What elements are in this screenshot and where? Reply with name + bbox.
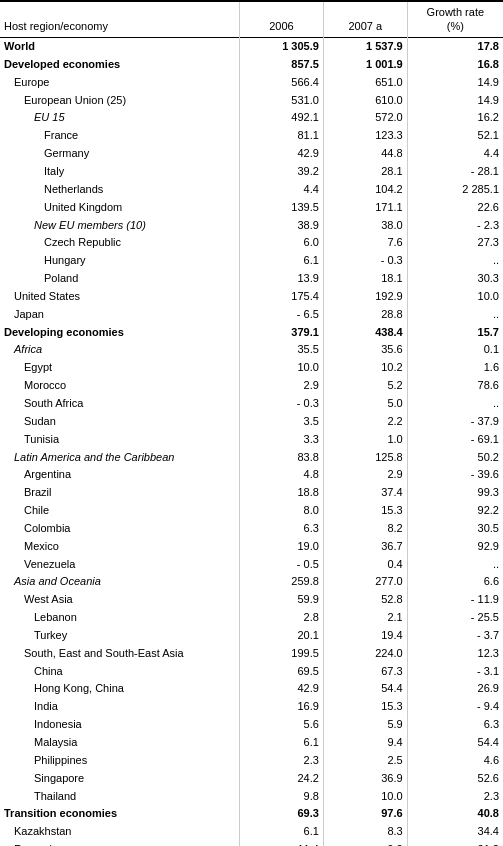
cell-region: India — [0, 698, 240, 716]
cell-2006: 8.0 — [240, 502, 324, 520]
table-row: Philippines2.32.54.6 — [0, 751, 503, 769]
fdi-table: Host region/economy 2006 2007 a Growth r… — [0, 0, 503, 846]
cell-growth: - 37.9 — [407, 412, 503, 430]
table-row: Romania11.49.0- 21.3 — [0, 841, 503, 846]
table-row: Developed economies857.51 001.916.8 — [0, 55, 503, 73]
cell-growth: 16.8 — [407, 55, 503, 73]
table-row: France81.1123.352.1 — [0, 127, 503, 145]
cell-region: Czech Republic — [0, 234, 240, 252]
cell-2007: 10.0 — [323, 787, 407, 805]
cell-region: Asia and Oceania — [0, 573, 240, 591]
cell-2007: 1 537.9 — [323, 37, 407, 55]
cell-2007: 10.2 — [323, 359, 407, 377]
cell-2007: 0.4 — [323, 555, 407, 573]
cell-growth: 2.3 — [407, 787, 503, 805]
cell-growth: 14.9 — [407, 73, 503, 91]
cell-growth: - 69.1 — [407, 430, 503, 448]
cell-2006: 2.8 — [240, 609, 324, 627]
cell-region: Developing economies — [0, 323, 240, 341]
cell-2006: 4.8 — [240, 466, 324, 484]
table-row: Sudan3.52.2- 37.9 — [0, 412, 503, 430]
table-row: Brazil18.837.499.3 — [0, 484, 503, 502]
cell-2007: 18.1 — [323, 270, 407, 288]
table-row: Netherlands4.4104.22 285.1 — [0, 180, 503, 198]
cell-growth: 78.6 — [407, 377, 503, 395]
cell-growth: 1.6 — [407, 359, 503, 377]
table-row: Argentina4.82.9- 39.6 — [0, 466, 503, 484]
cell-2006: 4.4 — [240, 180, 324, 198]
cell-growth: 6.3 — [407, 716, 503, 734]
cell-2006: 19.0 — [240, 537, 324, 555]
cell-growth: 40.8 — [407, 805, 503, 823]
cell-2007: 35.6 — [323, 341, 407, 359]
cell-region: Poland — [0, 270, 240, 288]
table-row: Africa35.535.60.1 — [0, 341, 503, 359]
cell-region: South Africa — [0, 394, 240, 412]
cell-growth: .. — [407, 555, 503, 573]
cell-region: Thailand — [0, 787, 240, 805]
table-row: Europe566.4651.014.9 — [0, 73, 503, 91]
table-row: Singapore24.236.952.6 — [0, 769, 503, 787]
cell-2007: 438.4 — [323, 323, 407, 341]
table-row: United Kingdom139.5171.122.6 — [0, 198, 503, 216]
cell-region: EU 15 — [0, 109, 240, 127]
cell-growth: 52.1 — [407, 127, 503, 145]
cell-2006: 42.9 — [240, 680, 324, 698]
cell-region: Latin America and the Caribbean — [0, 448, 240, 466]
cell-region: Netherlands — [0, 180, 240, 198]
cell-2007: 104.2 — [323, 180, 407, 198]
cell-2006: 9.8 — [240, 787, 324, 805]
cell-2006: 6.1 — [240, 823, 324, 841]
cell-2006: 379.1 — [240, 323, 324, 341]
cell-2006: 59.9 — [240, 591, 324, 609]
cell-2007: 37.4 — [323, 484, 407, 502]
cell-growth: 2 285.1 — [407, 180, 503, 198]
cell-2006: 11.4 — [240, 841, 324, 846]
table-row: United States175.4192.910.0 — [0, 287, 503, 305]
cell-2006: 139.5 — [240, 198, 324, 216]
table-row: EU 15492.1572.016.2 — [0, 109, 503, 127]
cell-2007: 67.3 — [323, 662, 407, 680]
table-row: Poland13.918.130.3 — [0, 270, 503, 288]
cell-growth: 10.0 — [407, 287, 503, 305]
cell-region: Mexico — [0, 537, 240, 555]
table-row: Malaysia6.19.454.4 — [0, 734, 503, 752]
cell-2006: 199.5 — [240, 644, 324, 662]
cell-growth: - 28.1 — [407, 163, 503, 181]
cell-growth: 92.2 — [407, 502, 503, 520]
cell-2006: 6.1 — [240, 252, 324, 270]
cell-2007: 44.8 — [323, 145, 407, 163]
table-row: Transition economies69.397.640.8 — [0, 805, 503, 823]
cell-2007: 5.9 — [323, 716, 407, 734]
cell-growth: 27.3 — [407, 234, 503, 252]
table-row: West Asia59.952.8- 11.9 — [0, 591, 503, 609]
cell-2006: 6.3 — [240, 519, 324, 537]
cell-2006: - 0.3 — [240, 394, 324, 412]
cell-growth: - 25.5 — [407, 609, 503, 627]
cell-growth: 6.6 — [407, 573, 503, 591]
cell-2007: 572.0 — [323, 109, 407, 127]
cell-growth: 99.3 — [407, 484, 503, 502]
cell-2006: 38.9 — [240, 216, 324, 234]
cell-region: Romania — [0, 841, 240, 846]
cell-growth: 30.3 — [407, 270, 503, 288]
cell-2007: 54.4 — [323, 680, 407, 698]
cell-region: Indonesia — [0, 716, 240, 734]
cell-2007: 28.8 — [323, 305, 407, 323]
cell-2006: - 6.5 — [240, 305, 324, 323]
cell-growth: 34.4 — [407, 823, 503, 841]
cell-2007: 8.3 — [323, 823, 407, 841]
cell-2006: 259.8 — [240, 573, 324, 591]
table-row: Lebanon2.82.1- 25.5 — [0, 609, 503, 627]
cell-2007: 2.9 — [323, 466, 407, 484]
cell-2007: 5.2 — [323, 377, 407, 395]
cell-2006: 18.8 — [240, 484, 324, 502]
cell-region: Egypt — [0, 359, 240, 377]
cell-growth: 16.2 — [407, 109, 503, 127]
cell-growth: .. — [407, 305, 503, 323]
cell-growth: 22.6 — [407, 198, 503, 216]
cell-2006: 175.4 — [240, 287, 324, 305]
cell-2007: 8.2 — [323, 519, 407, 537]
table-row: Thailand9.810.02.3 — [0, 787, 503, 805]
cell-2006: 39.2 — [240, 163, 324, 181]
